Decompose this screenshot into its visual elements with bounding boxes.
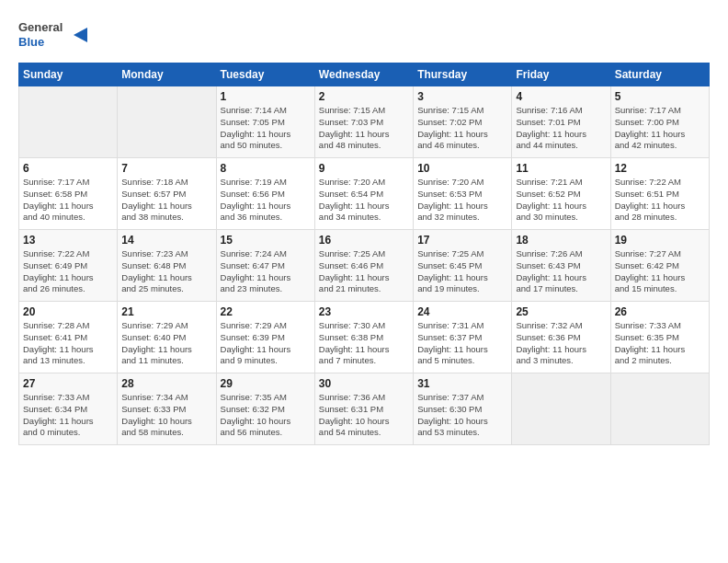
- day-number: 5: [615, 90, 705, 103]
- day-cell: 4Sunrise: 7:16 AM Sunset: 7:01 PM Daylig…: [512, 86, 610, 158]
- day-cell: 27Sunrise: 7:33 AM Sunset: 6:34 PM Dayli…: [19, 373, 118, 445]
- day-info: Sunrise: 7:36 AM Sunset: 6:31 PM Dayligh…: [319, 392, 409, 439]
- day-info: Sunrise: 7:25 AM Sunset: 6:46 PM Dayligh…: [319, 248, 409, 295]
- day-cell: 19Sunrise: 7:27 AM Sunset: 6:42 PM Dayli…: [610, 230, 709, 302]
- day-info: Sunrise: 7:24 AM Sunset: 6:47 PM Dayligh…: [221, 248, 311, 295]
- svg-text:Blue: Blue: [18, 35, 44, 49]
- day-info: Sunrise: 7:33 AM Sunset: 6:35 PM Dayligh…: [615, 320, 705, 367]
- day-number: 11: [516, 162, 606, 175]
- day-number: 23: [319, 305, 409, 318]
- day-cell: 9Sunrise: 7:20 AM Sunset: 6:54 PM Daylig…: [314, 158, 413, 230]
- day-info: Sunrise: 7:23 AM Sunset: 6:48 PM Dayligh…: [121, 248, 211, 295]
- day-cell: 3Sunrise: 7:15 AM Sunset: 7:02 PM Daylig…: [414, 86, 512, 158]
- day-cell: 28Sunrise: 7:34 AM Sunset: 6:33 PM Dayli…: [118, 373, 216, 445]
- day-info: Sunrise: 7:20 AM Sunset: 6:54 PM Dayligh…: [319, 177, 409, 224]
- day-info: Sunrise: 7:33 AM Sunset: 6:34 PM Dayligh…: [23, 392, 113, 439]
- day-number: 12: [615, 162, 705, 175]
- day-info: Sunrise: 7:17 AM Sunset: 7:00 PM Dayligh…: [615, 105, 705, 152]
- day-cell: 2Sunrise: 7:15 AM Sunset: 7:03 PM Daylig…: [314, 86, 413, 158]
- day-number: 16: [319, 234, 409, 247]
- day-number: 7: [121, 162, 211, 175]
- day-number: 17: [417, 234, 507, 247]
- day-info: Sunrise: 7:30 AM Sunset: 6:38 PM Dayligh…: [319, 320, 409, 367]
- day-info: Sunrise: 7:27 AM Sunset: 6:42 PM Dayligh…: [615, 248, 705, 295]
- day-info: Sunrise: 7:21 AM Sunset: 6:52 PM Dayligh…: [516, 177, 606, 224]
- day-info: Sunrise: 7:17 AM Sunset: 6:58 PM Dayligh…: [23, 177, 113, 224]
- day-number: 10: [417, 162, 507, 175]
- logo: General Blue: [18, 15, 92, 55]
- svg-marker-1: [74, 28, 87, 42]
- day-cell: 17Sunrise: 7:25 AM Sunset: 6:45 PM Dayli…: [414, 230, 512, 302]
- day-number: 25: [516, 305, 606, 318]
- svg-text:General: General: [18, 20, 63, 34]
- header-area: General Blue: [18, 15, 710, 55]
- day-cell: 5Sunrise: 7:17 AM Sunset: 7:00 PM Daylig…: [610, 86, 709, 158]
- day-number: 3: [417, 90, 507, 103]
- week-row-5: 27Sunrise: 7:33 AM Sunset: 6:34 PM Dayli…: [19, 373, 710, 445]
- col-header-sunday: Sunday: [19, 63, 118, 86]
- day-info: Sunrise: 7:29 AM Sunset: 6:40 PM Dayligh…: [121, 320, 211, 367]
- col-header-thursday: Thursday: [414, 63, 512, 86]
- day-cell: 20Sunrise: 7:28 AM Sunset: 6:41 PM Dayli…: [19, 302, 118, 373]
- day-cell: 24Sunrise: 7:31 AM Sunset: 6:37 PM Dayli…: [414, 302, 512, 373]
- day-cell: 26Sunrise: 7:33 AM Sunset: 6:35 PM Dayli…: [610, 302, 709, 373]
- day-number: 22: [221, 305, 311, 318]
- logo-general-text: General Blue: [18, 15, 92, 55]
- day-info: Sunrise: 7:28 AM Sunset: 6:41 PM Dayligh…: [23, 320, 113, 367]
- day-cell: 22Sunrise: 7:29 AM Sunset: 6:39 PM Dayli…: [216, 302, 314, 373]
- day-cell: 25Sunrise: 7:32 AM Sunset: 6:36 PM Dayli…: [512, 302, 610, 373]
- day-info: Sunrise: 7:31 AM Sunset: 6:37 PM Dayligh…: [417, 320, 507, 367]
- day-info: Sunrise: 7:29 AM Sunset: 6:39 PM Dayligh…: [221, 320, 311, 367]
- day-cell: 8Sunrise: 7:19 AM Sunset: 6:56 PM Daylig…: [216, 158, 314, 230]
- col-header-friday: Friday: [512, 63, 610, 86]
- day-number: 2: [319, 90, 409, 103]
- week-row-2: 6Sunrise: 7:17 AM Sunset: 6:58 PM Daylig…: [19, 158, 710, 230]
- day-number: 14: [121, 234, 211, 247]
- day-number: 18: [516, 234, 606, 247]
- day-cell: 18Sunrise: 7:26 AM Sunset: 6:43 PM Dayli…: [512, 230, 610, 302]
- week-row-1: 1Sunrise: 7:14 AM Sunset: 7:05 PM Daylig…: [19, 86, 710, 158]
- day-cell: 1Sunrise: 7:14 AM Sunset: 7:05 PM Daylig…: [216, 86, 314, 158]
- day-number: 15: [221, 234, 311, 247]
- day-info: Sunrise: 7:18 AM Sunset: 6:57 PM Dayligh…: [121, 177, 211, 224]
- day-number: 21: [121, 305, 211, 318]
- day-number: 26: [615, 305, 705, 318]
- day-info: Sunrise: 7:16 AM Sunset: 7:01 PM Dayligh…: [516, 105, 606, 152]
- day-info: Sunrise: 7:25 AM Sunset: 6:45 PM Dayligh…: [417, 248, 507, 295]
- day-info: Sunrise: 7:15 AM Sunset: 7:02 PM Dayligh…: [417, 105, 507, 152]
- day-cell: 23Sunrise: 7:30 AM Sunset: 6:38 PM Dayli…: [314, 302, 413, 373]
- day-number: 4: [516, 90, 606, 103]
- day-cell: 14Sunrise: 7:23 AM Sunset: 6:48 PM Dayli…: [118, 230, 216, 302]
- calendar-page: General Blue SundayMondayTuesdayWednesda…: [0, 0, 728, 454]
- day-number: 6: [23, 162, 113, 175]
- col-header-monday: Monday: [118, 63, 216, 86]
- day-number: 24: [417, 305, 507, 318]
- day-cell: 13Sunrise: 7:22 AM Sunset: 6:49 PM Dayli…: [19, 230, 118, 302]
- day-info: Sunrise: 7:22 AM Sunset: 6:49 PM Dayligh…: [23, 248, 113, 295]
- day-cell: 11Sunrise: 7:21 AM Sunset: 6:52 PM Dayli…: [512, 158, 610, 230]
- day-info: Sunrise: 7:32 AM Sunset: 6:36 PM Dayligh…: [516, 320, 606, 367]
- day-number: 31: [417, 377, 507, 390]
- day-number: 20: [23, 305, 113, 318]
- day-cell: 7Sunrise: 7:18 AM Sunset: 6:57 PM Daylig…: [118, 158, 216, 230]
- calendar-table: SundayMondayTuesdayWednesdayThursdayFrid…: [18, 63, 710, 445]
- day-info: Sunrise: 7:15 AM Sunset: 7:03 PM Dayligh…: [319, 105, 409, 152]
- day-number: 8: [221, 162, 311, 175]
- day-info: Sunrise: 7:20 AM Sunset: 6:53 PM Dayligh…: [417, 177, 507, 224]
- day-info: Sunrise: 7:37 AM Sunset: 6:30 PM Dayligh…: [417, 392, 507, 439]
- day-info: Sunrise: 7:26 AM Sunset: 6:43 PM Dayligh…: [516, 248, 606, 295]
- day-cell: 30Sunrise: 7:36 AM Sunset: 6:31 PM Dayli…: [314, 373, 413, 445]
- day-number: 30: [319, 377, 409, 390]
- col-header-wednesday: Wednesday: [314, 63, 413, 86]
- day-cell: [512, 373, 610, 445]
- day-info: Sunrise: 7:19 AM Sunset: 6:56 PM Dayligh…: [221, 177, 311, 224]
- day-info: Sunrise: 7:34 AM Sunset: 6:33 PM Dayligh…: [121, 392, 211, 439]
- col-header-tuesday: Tuesday: [216, 63, 314, 86]
- day-cell: 16Sunrise: 7:25 AM Sunset: 6:46 PM Dayli…: [314, 230, 413, 302]
- day-info: Sunrise: 7:35 AM Sunset: 6:32 PM Dayligh…: [221, 392, 311, 439]
- day-cell: 31Sunrise: 7:37 AM Sunset: 6:30 PM Dayli…: [414, 373, 512, 445]
- day-cell: 6Sunrise: 7:17 AM Sunset: 6:58 PM Daylig…: [19, 158, 118, 230]
- day-info: Sunrise: 7:14 AM Sunset: 7:05 PM Dayligh…: [221, 105, 311, 152]
- day-cell: 12Sunrise: 7:22 AM Sunset: 6:51 PM Dayli…: [610, 158, 709, 230]
- day-number: 1: [221, 90, 311, 103]
